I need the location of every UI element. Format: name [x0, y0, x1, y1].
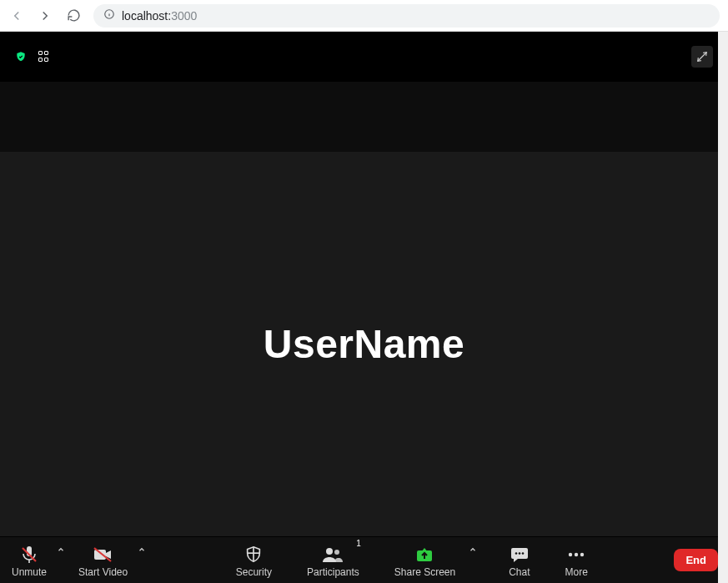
share-screen-button[interactable]: Share Screen [388, 537, 462, 583]
chat-icon [510, 545, 530, 565]
security-button[interactable]: Security [229, 537, 279, 583]
share-screen-label: Share Screen [394, 566, 455, 578]
svg-point-8 [326, 548, 333, 555]
participants-count: 1 [356, 539, 361, 548]
svg-point-11 [515, 552, 518, 555]
back-button[interactable] [8, 8, 25, 24]
participants-label: Participants [307, 566, 359, 578]
participant-name: UserName [264, 321, 464, 367]
svg-point-14 [569, 553, 572, 556]
info-icon [103, 8, 115, 23]
start-video-label: Start Video [78, 566, 128, 578]
more-icon [566, 545, 586, 565]
browser-toolbar: localhost:3000 [0, 0, 728, 32]
end-meeting-button[interactable]: End [674, 549, 718, 571]
meeting-topbar [0, 32, 728, 82]
video-stage: UserName [0, 152, 728, 536]
unmute-label: Unmute [12, 566, 47, 578]
security-label: Security [236, 566, 272, 578]
start-video-button[interactable]: Start Video [72, 537, 134, 583]
audio-options-caret[interactable] [53, 537, 68, 583]
participants-button[interactable]: 1 Participants [300, 537, 366, 583]
fullscreen-button[interactable] [691, 46, 713, 68]
svg-rect-5 [94, 550, 106, 560]
share-options-caret[interactable] [465, 537, 480, 583]
meeting-toolbar: Unmute Start Video [0, 536, 728, 583]
url-port: 3000 [171, 9, 197, 23]
microphone-muted-icon [19, 545, 39, 565]
meeting-window: UserName Unmute [0, 32, 728, 583]
share-screen-icon [414, 545, 434, 565]
more-label: More [565, 566, 588, 578]
chat-button[interactable]: Chat [502, 537, 536, 583]
participants-icon [322, 545, 344, 565]
address-bar[interactable]: localhost:3000 [93, 4, 720, 28]
vertical-scrollbar[interactable] [718, 32, 728, 583]
unmute-button[interactable]: Unmute [5, 537, 53, 583]
svg-point-12 [519, 552, 521, 555]
svg-point-9 [334, 550, 339, 555]
url-host: localhost: [122, 9, 171, 23]
chat-label: Chat [509, 566, 530, 578]
svg-point-15 [575, 553, 578, 556]
svg-point-13 [522, 552, 525, 555]
camera-off-icon [93, 545, 114, 565]
forward-button[interactable] [37, 8, 53, 24]
encryption-shield-icon[interactable] [15, 51, 27, 63]
more-button[interactable]: More [559, 537, 595, 583]
spacer [0, 82, 728, 152]
svg-point-16 [580, 553, 584, 556]
video-options-caret[interactable] [134, 537, 149, 583]
gallery-view-icon[interactable] [38, 51, 50, 63]
shield-icon [244, 545, 263, 565]
reload-button[interactable] [65, 8, 82, 24]
